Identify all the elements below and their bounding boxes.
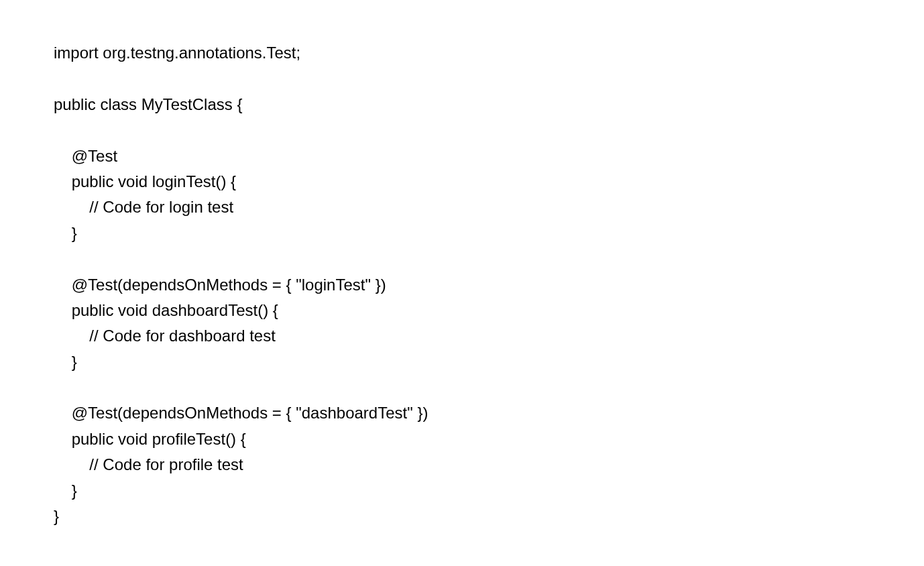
code-line: } bbox=[54, 224, 77, 242]
code-line: @Test(dependsOnMethods = { "dashboardTes… bbox=[54, 404, 428, 422]
code-line: } bbox=[54, 353, 77, 371]
code-line: public void loginTest() { bbox=[54, 172, 236, 190]
code-line: // Code for dashboard test bbox=[54, 327, 276, 345]
code-line: @Test(dependsOnMethods = { "loginTest" }… bbox=[54, 276, 386, 294]
code-line: @Test bbox=[54, 147, 117, 165]
code-line: // Code for login test bbox=[54, 198, 233, 216]
code-line: public void profileTest() { bbox=[54, 430, 246, 448]
code-line: public class MyTestClass { bbox=[54, 95, 242, 113]
code-line: public void dashboardTest() { bbox=[54, 301, 278, 319]
code-line: // Code for profile test bbox=[54, 455, 243, 473]
code-line: } bbox=[54, 507, 59, 525]
code-line: } bbox=[54, 482, 77, 500]
code-snippet: import org.testng.annotations.Test; publ… bbox=[54, 40, 870, 529]
code-line: import org.testng.annotations.Test; bbox=[54, 44, 300, 62]
